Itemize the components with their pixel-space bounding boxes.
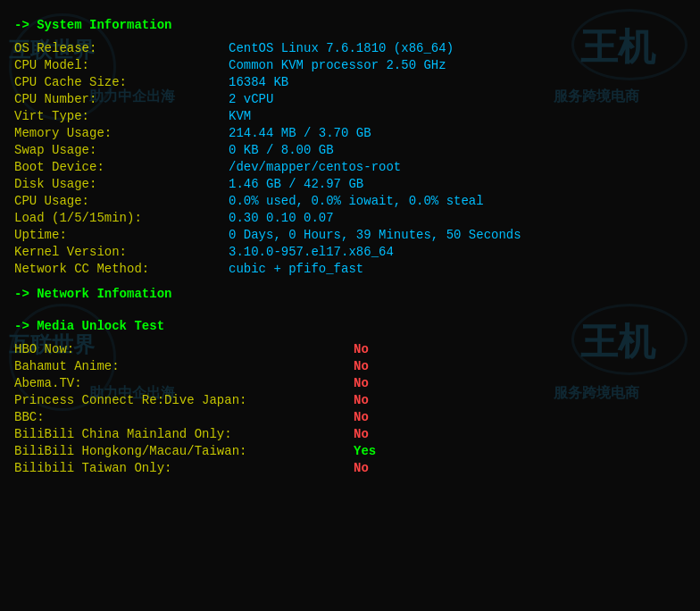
info-label: Uptime: [14, 228, 229, 242]
info-value: 3.10.0-957.el17.x86_64 [229, 245, 394, 259]
system-info-row: Load (1/5/15min):0.30 0.10 0.07 [14, 211, 686, 225]
media-info-row: Bahamut Anime:No [14, 359, 686, 373]
media-label: Bahamut Anime: [14, 359, 354, 373]
info-value: 2 vCPU [229, 92, 273, 106]
system-header: -> System Information [14, 18, 686, 32]
system-info-row: OS Release:CentOS Linux 7.6.1810 (x86_64… [14, 41, 686, 55]
info-value: /dev/mapper/centos-root [229, 160, 401, 174]
info-label: CPU Model: [14, 58, 229, 72]
media-info-rows: HBO Now:NoBahamut Anime:NoAbema.TV:NoPri… [14, 342, 686, 475]
info-value: cubic + pfifo_fast [229, 262, 363, 276]
media-info-row: Bilibili Taiwan Only:No [14, 461, 686, 475]
system-info-row: Memory Usage:214.44 MB / 3.70 GB [14, 126, 686, 140]
media-value: No [354, 376, 369, 390]
media-info-row: BiliBili China Mainland Only:No [14, 427, 686, 441]
info-value: 0 KB / 8.00 GB [229, 143, 334, 157]
info-label: Kernel Version: [14, 245, 229, 259]
info-label: OS Release: [14, 41, 229, 55]
media-label: BiliBili China Mainland Only: [14, 427, 354, 441]
system-info-row: CPU Model:Common KVM processor 2.50 GHz [14, 58, 686, 72]
info-value: 16384 KB [229, 75, 288, 89]
media-info-row: Abema.TV:No [14, 376, 686, 390]
info-label: CPU Usage: [14, 194, 229, 208]
media-value: No [354, 461, 369, 475]
info-label: CPU Number: [14, 92, 229, 106]
media-value: No [354, 427, 369, 441]
info-label: Load (1/5/15min): [14, 211, 229, 225]
system-info-row: Uptime:0 Days, 0 Hours, 39 Minutes, 50 S… [14, 228, 686, 242]
media-value: No [354, 410, 369, 424]
system-info-row: Virt Type:KVM [14, 109, 686, 123]
info-value: 214.44 MB / 3.70 GB [229, 126, 371, 140]
system-info-row: Network CC Method:cubic + pfifo_fast [14, 262, 686, 276]
media-value: No [354, 393, 369, 407]
media-info-row: Princess Connect Re:Dive Japan:No [14, 393, 686, 407]
info-value: 1.46 GB / 42.97 GB [229, 177, 363, 191]
info-value: 0.0% used, 0.0% iowait, 0.0% steal [229, 194, 484, 208]
media-label: Princess Connect Re:Dive Japan: [14, 393, 354, 407]
terminal: -> System Information OS Release:CentOS … [0, 0, 700, 489]
media-value: Yes [354, 444, 376, 458]
system-info-row: CPU Usage:0.0% used, 0.0% iowait, 0.0% s… [14, 194, 686, 208]
media-info-row: BBC:No [14, 410, 686, 424]
media-label: Bilibili Taiwan Only: [14, 461, 354, 475]
info-value: KVM [229, 109, 251, 123]
info-value: Common KVM processor 2.50 GHz [229, 58, 446, 72]
system-info-rows: OS Release:CentOS Linux 7.6.1810 (x86_64… [14, 41, 686, 276]
media-label: BiliBili Hongkong/Macau/Taiwan: [14, 444, 354, 458]
info-label: Disk Usage: [14, 177, 229, 191]
info-label: Memory Usage: [14, 126, 229, 140]
system-info-row: Boot Device:/dev/mapper/centos-root [14, 160, 686, 174]
media-value: No [354, 342, 369, 356]
info-value: CentOS Linux 7.6.1810 (x86_64) [229, 41, 454, 55]
network-header: -> Network Infomation [14, 287, 686, 301]
info-label: Virt Type: [14, 109, 229, 123]
media-info-row: HBO Now:No [14, 342, 686, 356]
media-label: Abema.TV: [14, 376, 354, 390]
media-header: -> Media Unlock Test [14, 319, 686, 333]
system-info-row: CPU Number:2 vCPU [14, 92, 686, 106]
system-info-row: CPU Cache Size:16384 KB [14, 75, 686, 89]
media-label: HBO Now: [14, 342, 354, 356]
system-info-row: Disk Usage:1.46 GB / 42.97 GB [14, 177, 686, 191]
media-label: BBC: [14, 410, 354, 424]
info-value: 0.30 0.10 0.07 [229, 211, 334, 225]
media-value: No [354, 359, 369, 373]
info-value: 0 Days, 0 Hours, 39 Minutes, 50 Seconds [229, 228, 521, 242]
system-info-row: Swap Usage:0 KB / 8.00 GB [14, 143, 686, 157]
info-label: Network CC Method: [14, 262, 229, 276]
info-label: Swap Usage: [14, 143, 229, 157]
media-info-row: BiliBili Hongkong/Macau/Taiwan:Yes [14, 444, 686, 458]
info-label: Boot Device: [14, 160, 229, 174]
system-info-row: Kernel Version:3.10.0-957.el17.x86_64 [14, 245, 686, 259]
info-label: CPU Cache Size: [14, 75, 229, 89]
